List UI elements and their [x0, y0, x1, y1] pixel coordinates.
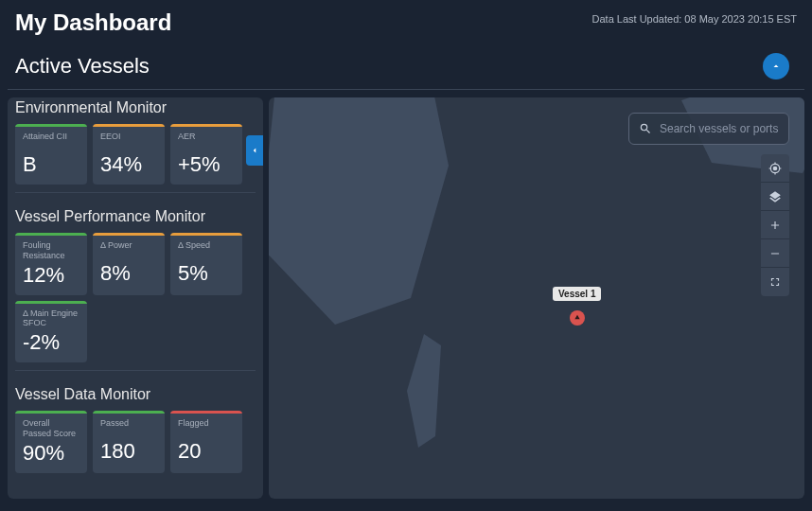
- status-bar: [15, 301, 87, 304]
- subheader: Active Vessels: [8, 36, 804, 90]
- status-bar: [93, 233, 165, 236]
- crosshair-icon: [768, 162, 782, 175]
- tile-row: Overall Passed Score 90% Passed 180 Flag…: [15, 411, 256, 473]
- map-zoom-out-button[interactable]: [761, 239, 789, 268]
- chevron-left-icon: [250, 146, 259, 155]
- minus-icon: [768, 247, 782, 260]
- tile-attained-cii[interactable]: Attained CII B: [15, 124, 87, 185]
- status-bar: [15, 124, 87, 127]
- tile-value: 12%: [23, 263, 79, 288]
- fullscreen-icon: [768, 275, 782, 289]
- vessel-tooltip: Vessel 1: [553, 287, 601, 301]
- map-search: [628, 113, 789, 145]
- tile-value: 8%: [100, 261, 157, 286]
- status-bar: [93, 124, 165, 127]
- status-bar: [15, 233, 87, 236]
- search-icon: [639, 122, 652, 135]
- tile-label: Passed: [100, 418, 157, 437]
- status-bar: [170, 411, 242, 414]
- tile-eeoi[interactable]: EEOI 34%: [93, 124, 165, 185]
- tile-value: -2%: [23, 330, 79, 355]
- chevron-up-icon: [770, 61, 782, 72]
- tile-value: 5%: [178, 261, 235, 286]
- sidebar-collapse-button[interactable]: [246, 135, 263, 166]
- divider: [15, 192, 256, 193]
- metrics-sidebar: Environmental Monitor Attained CII B EEO…: [8, 97, 263, 499]
- landmass-africa: [269, 97, 449, 325]
- tile-label: AER: [178, 132, 235, 150]
- tile-delta-speed[interactable]: Δ Speed 5%: [170, 233, 242, 295]
- vessel-marker[interactable]: [570, 310, 585, 326]
- status-bar: [93, 411, 165, 414]
- tile-label: Flagged: [178, 418, 235, 437]
- page-title: My Dashboard: [15, 9, 171, 36]
- plus-icon: [768, 219, 782, 232]
- section-heading-active-vessels: Active Vessels: [15, 54, 150, 79]
- tile-overall-passed-score[interactable]: Overall Passed Score 90%: [15, 411, 87, 473]
- collapse-button[interactable]: [763, 53, 789, 79]
- tile-label: Δ Speed: [178, 240, 235, 259]
- tile-value: +5%: [178, 152, 235, 177]
- last-updated: Data Last Updated: 08 May 2023 20:15 EST: [592, 13, 797, 25]
- map-controls: [761, 154, 789, 296]
- tile-value: B: [23, 152, 79, 177]
- main-content: Environmental Monitor Attained CII B EEO…: [0, 90, 812, 506]
- section-title: Vessel Performance Monitor: [15, 208, 256, 225]
- tile-label: Overall Passed Score: [23, 418, 79, 439]
- map-zoom-in-button[interactable]: [761, 211, 789, 239]
- divider: [15, 370, 256, 371]
- tile-label: Δ Power: [100, 240, 157, 259]
- landmass-madagascar: [401, 334, 458, 448]
- tile-value: 90%: [23, 441, 79, 466]
- status-bar: [15, 411, 87, 414]
- tile-value: 180: [100, 439, 157, 464]
- ship-icon: [574, 314, 581, 322]
- status-bar: [170, 233, 242, 236]
- layers-icon: [768, 190, 782, 203]
- vessel-performance-section: Vessel Performance Monitor Fouling Resis…: [15, 208, 256, 371]
- tile-label: Δ Main Engine SFOC: [23, 308, 79, 329]
- map-fullscreen-button[interactable]: [761, 268, 789, 296]
- status-bar: [170, 124, 242, 127]
- environmental-monitor-section: Environmental Monitor Attained CII B EEO…: [15, 99, 256, 193]
- search-input[interactable]: [660, 122, 779, 135]
- tile-delta-power[interactable]: Δ Power 8%: [93, 233, 165, 295]
- tile-passed[interactable]: Passed 180: [93, 411, 165, 473]
- tile-delta-main-engine-sfoc[interactable]: Δ Main Engine SFOC -2%: [15, 301, 87, 363]
- vessel-data-section: Vessel Data Monitor Overall Passed Score…: [15, 386, 256, 473]
- map-layers-button[interactable]: [761, 183, 789, 211]
- tile-label: Attained CII: [23, 132, 79, 150]
- tile-value: 34%: [100, 152, 157, 177]
- section-title: Environmental Monitor: [15, 99, 256, 116]
- tile-aer[interactable]: AER +5%: [170, 124, 242, 185]
- tile-label: Fouling Resistance: [23, 240, 79, 261]
- map-area[interactable]: Vessel 1: [269, 97, 804, 499]
- tile-value: 20: [178, 439, 235, 464]
- tile-row: Fouling Resistance 12% Δ Power 8% Δ Spee…: [15, 233, 256, 362]
- section-title: Vessel Data Monitor: [15, 386, 256, 403]
- tile-flagged[interactable]: Flagged 20: [170, 411, 242, 473]
- tile-row: Attained CII B EEOI 34% AER +5%: [15, 124, 256, 185]
- map-locate-button[interactable]: [761, 154, 789, 183]
- header: My Dashboard Data Last Updated: 08 May 2…: [0, 0, 812, 36]
- tile-fouling-resistance[interactable]: Fouling Resistance 12%: [15, 233, 87, 295]
- tile-label: EEOI: [100, 132, 157, 150]
